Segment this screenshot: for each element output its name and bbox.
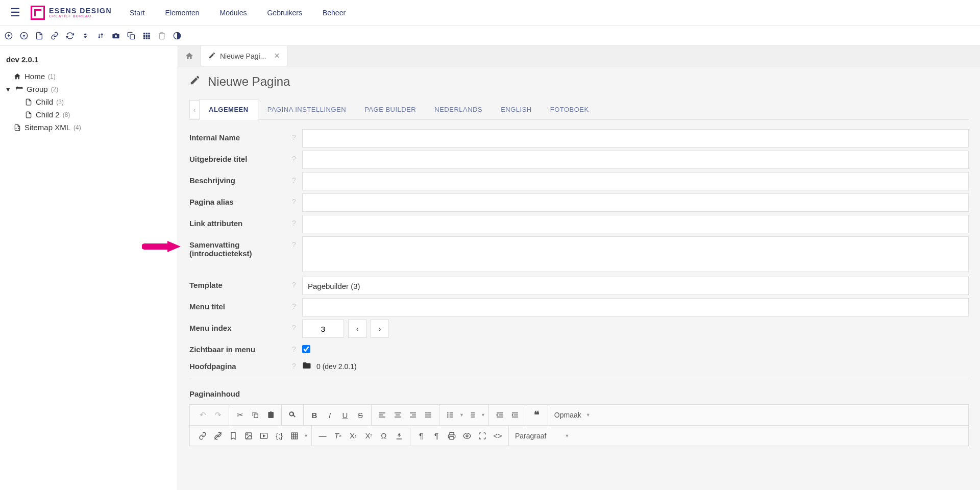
chevron-down-icon[interactable]: ▾ [4, 85, 12, 93]
help-icon[interactable]: ? [289, 193, 299, 206]
underline-icon[interactable]: U [337, 407, 353, 423]
upload-icon[interactable] [19, 31, 29, 40]
link-icon[interactable] [50, 31, 59, 40]
omega-icon[interactable]: Ω [376, 428, 391, 444]
nav-elementen[interactable]: Elementen [165, 9, 200, 17]
input-beschrijving[interactable] [302, 172, 969, 190]
bold-icon[interactable]: B [307, 407, 322, 423]
logo[interactable]: ESENS DESIGN CREATIEF BUREAU [31, 6, 112, 20]
nav-beheer[interactable]: Beheer [323, 9, 346, 17]
input-internal-name[interactable] [302, 129, 969, 148]
tree-root[interactable]: dev 2.0.1 [6, 55, 172, 64]
increment-button[interactable]: › [371, 320, 389, 338]
tree-item-sitemap[interactable]: Sitemap XML (4) [13, 121, 172, 134]
align-left-icon[interactable] [375, 407, 390, 423]
paste-icon[interactable] [263, 407, 278, 423]
superscript-icon[interactable]: X² [361, 428, 376, 444]
upload-file-icon[interactable] [391, 428, 407, 444]
help-icon[interactable]: ? [289, 151, 299, 163]
source-code-icon[interactable]: <> [490, 428, 505, 444]
sort-numeric-icon[interactable] [96, 31, 105, 40]
file-icon[interactable] [35, 31, 44, 40]
tab-active[interactable]: Nieuwe Pagi... × [201, 46, 287, 66]
quote-icon[interactable]: ❝ [529, 407, 545, 423]
media-icon[interactable] [256, 428, 272, 444]
tree-item-child[interactable]: Child (3) [24, 95, 172, 108]
redo-icon[interactable]: ↷ [210, 407, 226, 423]
nav-start[interactable]: Start [130, 9, 145, 17]
align-right-icon[interactable] [405, 407, 421, 423]
subtab-english[interactable]: ENGLISH [492, 100, 541, 119]
input-pagina-alias[interactable] [302, 193, 969, 212]
ltr-icon[interactable]: ¶ [413, 428, 429, 444]
grid-icon[interactable] [142, 31, 151, 40]
subtab-algemeen[interactable]: ALGEMEEN [199, 99, 258, 120]
select-template[interactable]: Pagebuilder (3) [302, 277, 969, 295]
subtab-fotoboek[interactable]: FOTOBOEK [541, 100, 598, 119]
chevron-left-icon[interactable]: ‹ [189, 100, 200, 118]
strikethrough-icon[interactable]: S [353, 407, 368, 423]
input-samenvatting[interactable] [302, 236, 969, 272]
codesample-icon[interactable]: {;} [272, 428, 287, 444]
preview-icon[interactable] [459, 428, 475, 444]
subscript-icon[interactable]: X₂ [346, 428, 361, 444]
chevron-down-icon[interactable]: ▼ [459, 412, 464, 418]
anchor-icon[interactable] [226, 428, 241, 444]
subtab-page-builder[interactable]: PAGE BUILDER [355, 100, 425, 119]
copy-icon[interactable] [127, 31, 136, 40]
help-icon[interactable]: ? [289, 341, 299, 353]
chevron-down-icon[interactable]: ▼ [481, 412, 485, 418]
checkbox-zichtbaar[interactable] [302, 345, 310, 353]
tree-item-child2[interactable]: Child 2 (8) [24, 108, 172, 121]
link-icon[interactable] [195, 428, 210, 444]
unlink-icon[interactable] [210, 428, 226, 444]
outdent-icon[interactable] [492, 407, 507, 423]
help-icon[interactable]: ? [289, 320, 299, 332]
input-uitgebreide-titel[interactable] [302, 151, 969, 169]
help-icon[interactable]: ? [289, 236, 299, 249]
tree-item-group[interactable]: ▾ Group (2) [13, 83, 172, 95]
align-justify-icon[interactable] [421, 407, 436, 423]
indent-icon[interactable] [507, 407, 523, 423]
decrement-button[interactable]: ‹ [348, 320, 366, 338]
align-center-icon[interactable] [390, 407, 405, 423]
undo-icon[interactable]: ↶ [195, 407, 210, 423]
nav-modules[interactable]: Modules [220, 9, 247, 17]
help-icon[interactable]: ? [289, 298, 299, 310]
numbered-list-icon[interactable] [464, 407, 479, 423]
contrast-icon[interactable] [173, 31, 182, 40]
table-icon[interactable] [287, 428, 302, 444]
help-icon[interactable]: ? [289, 129, 299, 141]
hamburger-icon[interactable]: ☰ [10, 6, 20, 19]
refresh-icon[interactable] [65, 31, 75, 40]
cut-icon[interactable]: ✂ [232, 407, 248, 423]
sort-icon[interactable] [81, 31, 90, 40]
help-icon[interactable]: ? [289, 172, 299, 184]
tab-home[interactable] [178, 46, 201, 66]
camera-icon[interactable] [111, 31, 120, 40]
download-icon[interactable] [4, 31, 13, 40]
subtab-nederlands[interactable]: NEDERLANDS [425, 100, 492, 119]
format-dropdown[interactable]: Opmaak▼ [548, 405, 597, 425]
nav-gebruikers[interactable]: Gebruikers [267, 9, 302, 17]
input-menu-titel[interactable] [302, 298, 969, 316]
find-icon[interactable] [285, 407, 300, 423]
help-icon[interactable]: ? [289, 215, 299, 227]
image-icon[interactable] [241, 428, 256, 444]
fullscreen-icon[interactable] [475, 428, 490, 444]
paragraph-dropdown[interactable]: Paragraaf▼ [509, 426, 575, 446]
help-icon[interactable]: ? [289, 277, 299, 289]
trash-icon[interactable] [157, 31, 166, 40]
close-icon[interactable]: × [274, 51, 280, 61]
tree-item-home[interactable]: Home (1) [13, 70, 172, 83]
hr-icon[interactable]: — [315, 428, 330, 444]
copy-icon[interactable] [248, 407, 263, 423]
clear-format-icon[interactable]: T× [330, 428, 346, 444]
input-link-attributen[interactable] [302, 215, 969, 233]
print-icon[interactable] [444, 428, 459, 444]
input-menu-index[interactable] [302, 320, 344, 338]
help-icon[interactable]: ? [289, 358, 299, 370]
italic-icon[interactable]: I [322, 407, 337, 423]
rtl-icon[interactable]: ¶ [429, 428, 444, 444]
chevron-down-icon[interactable]: ▼ [304, 433, 308, 438]
